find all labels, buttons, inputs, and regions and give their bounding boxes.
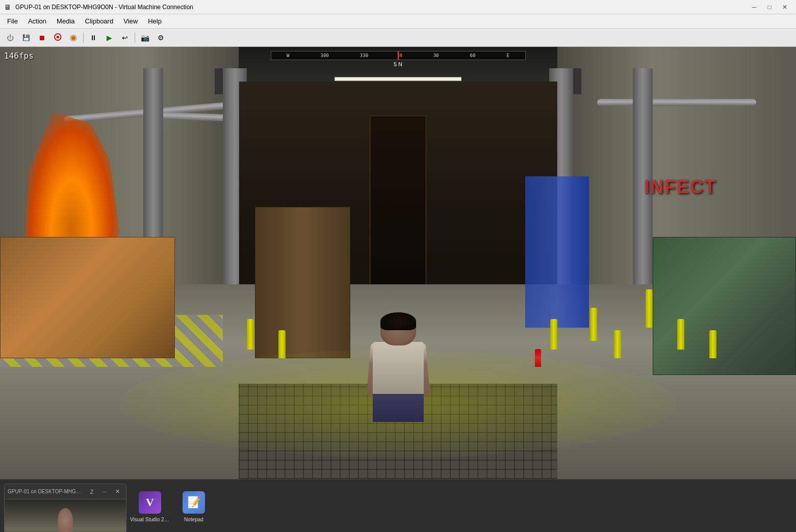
menu-view[interactable]: View: [118, 16, 143, 26]
bollard-3: [550, 319, 557, 350]
ceiling-light-1: [335, 77, 462, 81]
compass-bar: W 300 330 N 30 60 E: [271, 51, 526, 60]
minimized-z-button[interactable]: Z: [86, 487, 97, 496]
minimized-card-title: GPUP-01 on DESKTOP-MHG9O0N: [8, 489, 83, 494]
toolbar-separator-1: [83, 33, 84, 43]
tb-pause-btn[interactable]: ⏸: [86, 31, 100, 44]
hud-compass: W 300 330 N 30 60 E 5 N: [271, 51, 526, 65]
crates-right: [653, 237, 796, 375]
player-character: [368, 312, 429, 414]
compass-label-n: N: [399, 53, 402, 58]
maximize-button[interactable]: □: [762, 2, 777, 12]
game-viewport[interactable]: INFECT 146fps: [0, 47, 796, 479]
taskbar-visual-studio[interactable]: V Visual Studio 20...: [130, 484, 170, 529]
minimize-button[interactable]: ─: [747, 2, 761, 12]
infect-graffiti-text: INFECT: [644, 176, 716, 198]
bollard-1: [247, 319, 254, 350]
title-bar: 🖥 GPUP-01 on DESKTOP-MHG9O0N - Virtual M…: [0, 0, 796, 14]
taskbar-notepad[interactable]: 📝 Notepad: [173, 484, 214, 529]
tb-reset-btn[interactable]: ⦿: [50, 31, 65, 44]
character-pants: [373, 394, 424, 422]
visual-studio-label: Visual Studio 20...: [130, 517, 170, 522]
minimized-vm-window[interactable]: GPUP-01 on DESKTOP-MHG9O0N Z ··· ✕: [4, 484, 126, 532]
character-head: [380, 312, 416, 345]
close-button[interactable]: ✕: [778, 2, 792, 12]
tb-screenshot-btn[interactable]: 📷: [138, 31, 152, 44]
title-bar-text: GPUP-01 on DESKTOP-MHG9O0N - Virtual Mac…: [15, 4, 747, 11]
toolbar: ⏻ 💾 ⏹ ⦿ ◉ ⏸ ▶ ↩ 📷 ⚙: [0, 29, 796, 47]
shelving-unit: [255, 207, 350, 358]
menu-clipboard[interactable]: Clipboard: [80, 16, 119, 26]
bollard-4: [590, 308, 597, 341]
tb-settings-btn[interactable]: ⚙: [153, 31, 168, 44]
character-torso: [373, 342, 424, 398]
fps-counter: 146fps: [4, 51, 34, 61]
notepad-label: Notepad: [184, 517, 203, 522]
compass-label-e: E: [506, 53, 509, 58]
menu-bar: File Action Media Clipboard View Help: [0, 14, 796, 29]
compass-label-60: 60: [470, 53, 476, 58]
tb-play-btn[interactable]: ▶: [102, 31, 116, 44]
compass-heading: 5 N: [271, 61, 526, 67]
bollard-8: [709, 330, 716, 358]
blue-tarp: [525, 176, 589, 328]
character-body: [368, 312, 429, 414]
compass-label-300: 300: [321, 53, 329, 58]
taskbar: GPUP-01 on DESKTOP-MHG9O0N Z ··· ✕ V Vis…: [0, 479, 796, 532]
bollard-5: [614, 330, 621, 358]
tb-checkpoint-btn[interactable]: ◉: [66, 31, 81, 44]
menu-media[interactable]: Media: [52, 16, 80, 26]
tb-revert-btn[interactable]: ↩: [118, 31, 132, 44]
bollard-7: [677, 319, 684, 350]
character-hair: [380, 312, 416, 330]
visual-studio-icon: V: [139, 491, 161, 514]
minimized-card-controls: Z ··· ✕: [86, 487, 123, 496]
tb-stop-btn[interactable]: ⏹: [35, 31, 49, 44]
menu-help[interactable]: Help: [143, 16, 167, 26]
compass-label-30: 30: [433, 53, 439, 58]
notepad-icon: 📝: [183, 491, 205, 514]
minimized-card-preview: [5, 499, 126, 532]
ceiling-pipe-3: [597, 99, 756, 106]
bollard-6: [646, 289, 653, 328]
menu-file[interactable]: File: [2, 16, 23, 26]
compass-marker: [398, 51, 399, 60]
tb-power-btn[interactable]: ⏻: [3, 31, 17, 44]
minimized-close-button[interactable]: ✕: [112, 487, 123, 496]
compass-label-330: 330: [360, 53, 368, 58]
tb-save-state-btn[interactable]: 💾: [19, 31, 33, 44]
toolbar-separator-2: [135, 33, 135, 43]
menu-action[interactable]: Action: [23, 16, 52, 26]
title-bar-icon: 🖥: [4, 3, 11, 11]
wooden-crates-left: [0, 237, 175, 358]
window-controls: ─ □ ✕: [747, 2, 792, 12]
compass-label-w: W: [287, 53, 289, 58]
minimized-more-button[interactable]: ···: [99, 487, 110, 496]
minimized-card-header: GPUP-01 on DESKTOP-MHG9O0N Z ··· ✕: [5, 484, 126, 499]
